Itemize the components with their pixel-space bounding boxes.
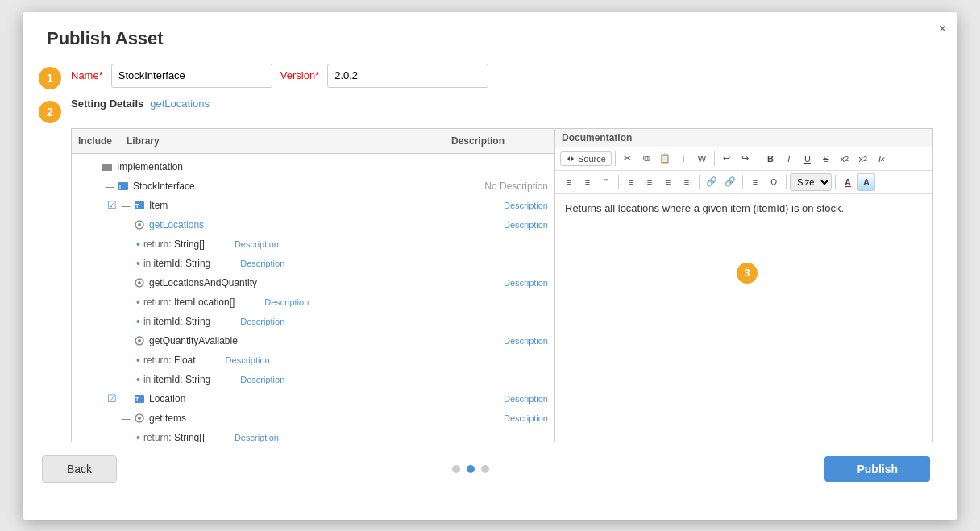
- size-select[interactable]: Size: [790, 173, 832, 191]
- unordered-list-button[interactable]: ≡: [579, 173, 596, 191]
- separator-8: [835, 175, 836, 189]
- paste-text-button[interactable]: T: [675, 150, 692, 168]
- tree-row-getitems[interactable]: — getItems Description: [72, 409, 554, 428]
- unlink-button[interactable]: 🔗: [721, 173, 739, 191]
- svg-point-5: [138, 223, 141, 226]
- dot-return-string-2: •: [136, 431, 140, 442]
- getlocationsandquantity-desc[interactable]: Description: [474, 278, 554, 288]
- separator-5: [699, 175, 700, 189]
- toggle-item[interactable]: —: [120, 201, 131, 210]
- param-return-float: return: Float: [143, 355, 196, 366]
- dot-itemid-1: •: [136, 257, 140, 270]
- dot-3[interactable]: [481, 465, 489, 473]
- strikethrough-button[interactable]: S: [817, 150, 835, 168]
- editor-text: Returns all locations where a given item…: [565, 202, 923, 214]
- link-button[interactable]: 🔗: [703, 173, 720, 191]
- dot-1[interactable]: [452, 465, 460, 473]
- cut-button[interactable]: ✂: [619, 150, 637, 168]
- undo-button[interactable]: ↩: [718, 150, 736, 168]
- col-description-header: Description: [445, 132, 542, 150]
- toggle-getlocations[interactable]: —: [120, 220, 131, 230]
- align-right-button[interactable]: ≡: [659, 173, 677, 191]
- font-color-button[interactable]: A: [839, 173, 857, 191]
- param-itemid-1: in itemId: String: [143, 258, 210, 269]
- folder-icon: [101, 160, 114, 173]
- tree-row-itemid-2: • in itemId: String Description: [72, 312, 554, 331]
- blockquote-button[interactable]: ": [597, 173, 615, 191]
- getlocations-desc[interactable]: Description: [474, 220, 554, 230]
- param-return-float-desc[interactable]: Description: [196, 355, 276, 365]
- param-return-string: return: String[]: [143, 239, 205, 250]
- tree-row-itemid-1: • in itemId: String Description: [72, 254, 554, 273]
- svg-point-9: [138, 339, 141, 342]
- dot-return-itemlocation: •: [136, 296, 140, 309]
- step1-row: 1 Name* Version*: [39, 64, 933, 89]
- toggle-getitems[interactable]: —: [120, 413, 131, 423]
- dot-2[interactable]: [467, 465, 475, 473]
- toggle-location[interactable]: —: [120, 394, 131, 404]
- tree-area: — Implementation —: [72, 154, 554, 442]
- ordered-list-button[interactable]: ≡: [560, 173, 578, 191]
- tree-row-location[interactable]: ☑ — T Location Description: [72, 389, 554, 409]
- param-return-string-2-desc[interactable]: Description: [205, 433, 285, 442]
- toggle-implementation[interactable]: —: [88, 162, 99, 172]
- method-icon-getitems: [133, 412, 146, 425]
- editor-content[interactable]: Returns all locations where a given item…: [555, 194, 932, 442]
- right-panel: Documentation Source ✂ ⧉ 📋 T W: [555, 129, 932, 442]
- tree-row-getlocations[interactable]: — getLocations Description: [72, 215, 554, 234]
- copy-button[interactable]: ⧉: [637, 150, 655, 168]
- location-desc[interactable]: Description: [474, 394, 554, 404]
- indent-button[interactable]: ≡: [746, 173, 764, 191]
- getquantityavailable-desc[interactable]: Description: [474, 336, 554, 346]
- setting-details-label: Setting Details: [71, 97, 143, 110]
- bg-color-button[interactable]: A: [858, 173, 875, 191]
- param-itemid-1-desc[interactable]: Description: [210, 259, 291, 268]
- align-left-button[interactable]: ≡: [622, 173, 640, 191]
- tree-row-stockinterface[interactable]: — I StockInterface No Description: [72, 176, 554, 196]
- param-return-itemlocation-desc[interactable]: Description: [235, 297, 315, 307]
- tree-row-item[interactable]: ☑ — T Item Description: [72, 196, 554, 215]
- clear-format-button[interactable]: Ix: [873, 150, 891, 168]
- svg-point-13: [138, 417, 141, 420]
- modal-title: Publish Asset: [47, 28, 933, 49]
- underline-button[interactable]: U: [799, 150, 816, 168]
- superscript-button[interactable]: x2: [854, 150, 872, 168]
- param-itemid-3-desc[interactable]: Description: [210, 375, 291, 384]
- separator-7: [786, 175, 787, 189]
- subscript-button[interactable]: x2: [836, 150, 853, 168]
- toggle-getlocationsandquantity[interactable]: —: [120, 278, 131, 288]
- dot-itemid-3: •: [136, 373, 140, 386]
- paste-button[interactable]: 📋: [656, 150, 674, 168]
- separator-2: [714, 151, 715, 166]
- tree-row-implementation[interactable]: — Implementation: [72, 157, 554, 176]
- redo-button[interactable]: ↪: [737, 150, 754, 168]
- stockinterface-desc: No Description: [474, 180, 554, 192]
- align-center-button[interactable]: ≡: [641, 173, 658, 191]
- version-label: Version*: [280, 69, 319, 81]
- publish-button[interactable]: Publish: [824, 456, 930, 482]
- param-return-string-desc[interactable]: Description: [205, 239, 285, 249]
- paste-word-button[interactable]: W: [693, 150, 711, 168]
- getlocations-label[interactable]: getLocations: [149, 219, 474, 230]
- param-itemid-2-desc[interactable]: Description: [210, 317, 291, 326]
- main-content: Include Library Description —: [71, 128, 933, 442]
- setting-link[interactable]: getLocations: [150, 97, 210, 110]
- italic-button[interactable]: I: [780, 150, 798, 168]
- location-checkbox[interactable]: ☑: [104, 392, 120, 404]
- stockinterface-label: StockInterface: [133, 180, 474, 192]
- tree-row-getlocationsandquantity[interactable]: — getLocationsAndQuantity Description: [72, 273, 554, 292]
- toggle-stockinterface[interactable]: —: [104, 181, 115, 191]
- bold-button[interactable]: B: [762, 150, 779, 168]
- close-button[interactable]: ×: [939, 22, 946, 36]
- back-button[interactable]: Back: [42, 455, 117, 483]
- version-input[interactable]: [327, 64, 488, 88]
- getitems-desc[interactable]: Description: [474, 413, 554, 423]
- tree-row-getquantityavailable[interactable]: — getQuantityAvailable Description: [72, 331, 554, 351]
- toggle-getquantityavailable[interactable]: —: [120, 336, 131, 346]
- item-desc[interactable]: Description: [474, 201, 554, 210]
- justify-button[interactable]: ≡: [678, 173, 696, 191]
- item-checkbox[interactable]: ☑: [104, 199, 120, 211]
- special-char-button[interactable]: Ω: [765, 173, 783, 191]
- name-input[interactable]: [111, 64, 272, 88]
- source-button[interactable]: Source: [560, 151, 612, 166]
